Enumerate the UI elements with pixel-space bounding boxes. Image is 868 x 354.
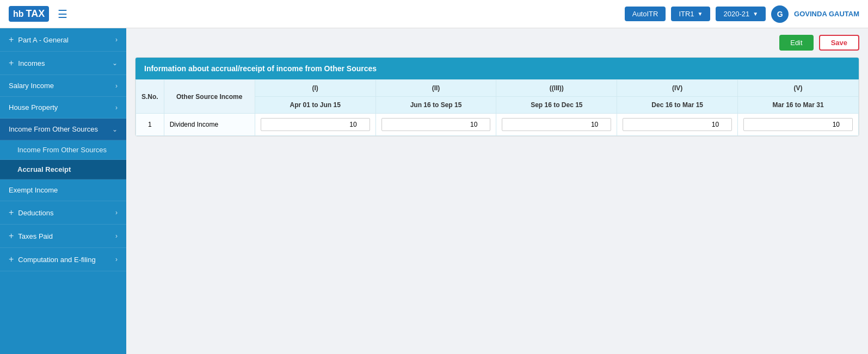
col2-num-header: (II) <box>375 80 496 97</box>
chevron-right-icon: › <box>115 209 118 216</box>
accrual-receipt-table: S.No. Other Source Income (I) (II) ((III… <box>136 79 859 136</box>
chevron-down-icon: ⌄ <box>112 59 118 67</box>
plus-icon: + <box>9 231 14 241</box>
col1-date-header: Apr 01 to Jun 15 <box>255 97 375 114</box>
sidebar: + Part A - General › + Incomes ⌄ Salary … <box>0 28 126 354</box>
cell-col4 <box>617 114 738 136</box>
sidebar-item-computation-efiling[interactable]: + Computation and E-filing › <box>0 248 126 271</box>
sidebar-sub-accrual-receipt[interactable]: Accrual Receipt <box>0 160 126 179</box>
cell-col2 <box>375 114 496 136</box>
sidebar-item-deductions[interactable]: + Deductions › <box>0 201 126 225</box>
year-dropdown-arrow: ▼ <box>753 11 758 17</box>
input-col1[interactable] <box>261 118 370 131</box>
col5-date-header: Mar 16 to Mar 31 <box>738 97 859 114</box>
user-avatar: G <box>771 5 789 23</box>
chevron-right-icon: › <box>115 104 118 111</box>
toolbar: Edit Save <box>135 35 859 51</box>
chevron-right-icon: › <box>115 256 118 263</box>
header-right: AutoITR ITR1 ▼ 2020-21 ▼ G GOVINDA GAUTA… <box>625 5 859 23</box>
header-left: hb TAX ☰ <box>9 6 67 22</box>
card-header-title: Information about accrual/receipt of inc… <box>136 58 859 79</box>
logo-tax: TAX <box>26 8 45 20</box>
col-other-source-header: Other Source Income <box>164 80 255 114</box>
cell-col5 <box>738 114 859 136</box>
chevron-right-icon: › <box>115 36 118 44</box>
chevron-right-icon: › <box>115 82 118 90</box>
autoitr-button[interactable]: AutoITR <box>625 7 666 21</box>
app-header: hb TAX ☰ AutoITR ITR1 ▼ 2020-21 ▼ G GOVI… <box>0 0 868 28</box>
itr1-dropdown-arrow: ▼ <box>698 11 703 17</box>
sidebar-item-income-from-other-sources[interactable]: Income From Other Sources ⌄ <box>0 119 126 140</box>
app-logo: hb TAX <box>9 6 49 22</box>
input-col3[interactable] <box>502 118 611 131</box>
main-layout: + Part A - General › + Incomes ⌄ Salary … <box>0 28 868 354</box>
plus-icon: + <box>9 35 14 45</box>
chevron-right-icon: › <box>115 232 118 240</box>
save-button[interactable]: Save <box>819 35 859 51</box>
cell-col3 <box>496 114 617 136</box>
sidebar-item-incomes[interactable]: + Incomes ⌄ <box>0 52 126 75</box>
sidebar-sub-income-from-other-sources[interactable]: Income From Other Sources <box>0 140 126 160</box>
hamburger-icon[interactable]: ☰ <box>58 8 67 21</box>
itr1-dropdown[interactable]: ITR1 ▼ <box>671 7 710 21</box>
year-dropdown[interactable]: 2020-21 ▼ <box>716 7 766 21</box>
logo-hb: hb <box>13 9 24 19</box>
plus-icon: + <box>9 208 14 218</box>
accrual-receipt-card: Information about accrual/receipt of inc… <box>135 57 859 136</box>
col3-num-header: ((III)) <box>496 80 617 97</box>
main-content: Edit Save Information about accrual/rece… <box>126 28 868 354</box>
input-col4[interactable] <box>623 118 732 131</box>
plus-icon: + <box>9 254 14 264</box>
col1-num-header: (I) <box>255 80 375 97</box>
plus-icon: + <box>9 58 14 68</box>
col4-date-header: Dec 16 to Mar 15 <box>617 97 738 114</box>
user-name: GOVINDA GAUTAM <box>794 10 859 18</box>
table-row: 1Dividend Income <box>136 114 859 136</box>
col5-num-header: (V) <box>738 80 859 97</box>
cell-sno: 1 <box>136 114 164 136</box>
input-col5[interactable] <box>743 118 853 131</box>
edit-button[interactable]: Edit <box>779 35 813 51</box>
sidebar-item-exempt-income[interactable]: Exempt Income <box>0 179 126 201</box>
col-sno-header: S.No. <box>136 80 164 114</box>
col4-num-header: (IV) <box>617 80 738 97</box>
col3-date-header: Sep 16 to Dec 15 <box>496 97 617 114</box>
input-col2[interactable] <box>381 118 491 131</box>
col2-date-header: Jun 16 to Sep 15 <box>375 97 496 114</box>
sidebar-item-salary-income[interactable]: Salary Income › <box>0 75 126 97</box>
sidebar-item-house-property[interactable]: House Property › <box>0 97 126 119</box>
sidebar-item-taxes-paid[interactable]: + Taxes Paid › <box>0 225 126 248</box>
cell-col1 <box>255 114 375 136</box>
cell-income-name: Dividend Income <box>164 114 255 136</box>
chevron-down-icon: ⌄ <box>112 126 118 133</box>
sidebar-item-part-a-general[interactable]: + Part A - General › <box>0 28 126 52</box>
